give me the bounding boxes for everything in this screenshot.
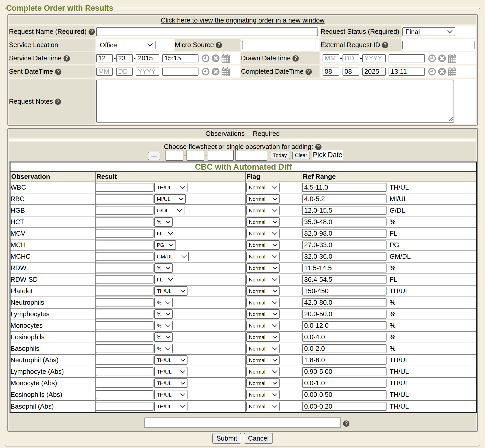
svg-text:?: ? bbox=[217, 42, 221, 48]
svg-text:?: ? bbox=[65, 55, 68, 61]
svg-text:?: ? bbox=[57, 69, 60, 74]
svg-text:?: ? bbox=[90, 29, 93, 34]
svg-text:?: ? bbox=[383, 42, 387, 48]
svg-text:?: ? bbox=[57, 99, 60, 104]
svg-text:?: ? bbox=[317, 144, 320, 149]
svg-text:?: ? bbox=[345, 420, 348, 426]
svg-text:?: ? bbox=[307, 69, 310, 74]
svg-text:?: ? bbox=[294, 55, 297, 61]
